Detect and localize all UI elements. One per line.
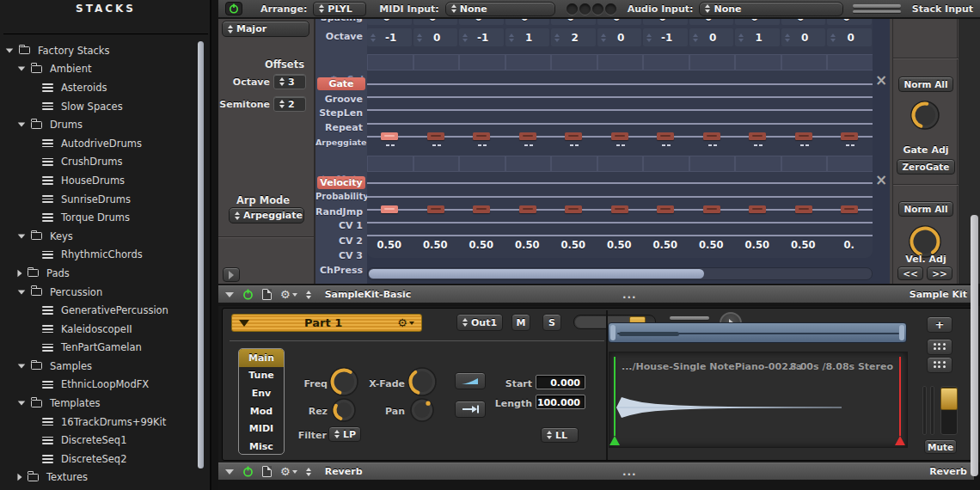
part-header[interactable]: Part 1 ⚙ xyxy=(231,314,422,332)
velocity-step[interactable] xyxy=(749,205,766,213)
octave-cell[interactable]: -1 xyxy=(459,28,504,46)
overview-right-handle[interactable] xyxy=(899,325,904,340)
module-gear-icon[interactable]: ⚙ xyxy=(280,466,297,477)
preset-document-icon[interactable] xyxy=(262,289,272,300)
spacing-cell[interactable]: 0 xyxy=(413,19,458,25)
sidebar-item-drums[interactable]: Drums xyxy=(0,115,196,134)
octave-cell[interactable]: 0 xyxy=(827,28,872,46)
spacing-cell[interactable]: 0 xyxy=(367,19,412,25)
tab-env[interactable]: Env xyxy=(239,384,284,402)
sidebar-item-ethnicloopmodfx[interactable]: EthnicLoopModFX xyxy=(0,376,196,395)
sidebar-item-label[interactable]: Asteroids xyxy=(61,82,107,94)
part-gear-icon[interactable]: ⚙ xyxy=(397,316,414,329)
sidebar-item-ambient[interactable]: Ambient xyxy=(0,60,196,79)
octave-offset-stepper[interactable]: 3 xyxy=(273,74,306,89)
spacing-cell[interactable]: 0 xyxy=(597,19,642,25)
octave-cell[interactable]: 0 xyxy=(689,28,734,46)
cv-value-cell[interactable]: 0.50 xyxy=(597,239,642,252)
stack-power-button[interactable] xyxy=(225,2,242,15)
row-label-randjmp[interactable]: RandJmp xyxy=(315,206,367,217)
sidebar-item-housedrums[interactable]: HouseDrums xyxy=(0,171,196,190)
gate-step[interactable] xyxy=(427,132,444,140)
mute-cell[interactable] xyxy=(505,156,552,172)
sidebar-item-label[interactable]: RhythmicChords xyxy=(61,248,143,260)
length-field[interactable]: 100.000 xyxy=(536,395,585,409)
sidebar-item-rhythmicchords[interactable]: RhythmicChords xyxy=(0,246,196,265)
norm-all-gate-button[interactable]: Norm All xyxy=(898,77,953,92)
cv-value-cell[interactable]: 0.50 xyxy=(367,239,412,252)
close-velocity-section-icon[interactable]: × xyxy=(875,174,887,186)
sel-cell[interactable] xyxy=(367,54,413,70)
cv-value-cell[interactable]: 0.50 xyxy=(459,239,504,252)
output-dropdown[interactable]: Out1 xyxy=(456,314,503,331)
sidebar-item-torque-drums[interactable]: Torque Drums xyxy=(0,208,196,227)
arrange-dropdown[interactable]: PLYL xyxy=(313,2,366,16)
row-label-repeat[interactable]: Repeat xyxy=(315,122,367,133)
row-label-steplen[interactable]: StepLen xyxy=(315,107,367,119)
row-label-arpeggiate[interactable]: Arpeggiate xyxy=(315,138,367,147)
velocity-step[interactable] xyxy=(565,205,582,213)
module-reorder-icon[interactable] xyxy=(306,291,311,299)
mute-cell[interactable] xyxy=(551,156,597,172)
collapse-arrow-icon[interactable] xyxy=(18,401,26,406)
row-label-chpress[interactable]: ChPress xyxy=(315,265,367,276)
part-mute-button[interactable]: Mute xyxy=(924,439,957,454)
reverb-module-bar[interactable]: ⚙ Reverb ... Reverb xyxy=(218,462,974,481)
velocity-step[interactable] xyxy=(703,205,720,213)
row-label-octave[interactable]: Octave xyxy=(315,31,367,42)
sel-cell[interactable] xyxy=(413,54,460,70)
cv-value-cell[interactable]: 0.50 xyxy=(643,239,688,252)
sidebar-item-pads[interactable]: Pads xyxy=(0,264,196,283)
expand-arrow-icon[interactable] xyxy=(17,474,21,481)
page-next-button[interactable]: >> xyxy=(927,266,952,280)
sidebar-item-label[interactable]: DiscreteSeq2 xyxy=(61,453,127,465)
spacing-cell[interactable]: 0 xyxy=(459,19,504,25)
sidebar-item-discreteseq1[interactable]: DiscreteSeq1 xyxy=(0,431,196,450)
mute-cell[interactable] xyxy=(597,156,644,172)
mute-cell[interactable] xyxy=(413,156,460,172)
sidebar-item-label[interactable]: 16TrackDrums+99Kit xyxy=(61,416,166,428)
sidebar-item-textures[interactable]: Textures xyxy=(0,469,196,487)
row-label-velocity[interactable]: Velocity xyxy=(317,176,365,189)
cv-value-cell[interactable]: 0.50 xyxy=(505,239,550,252)
sequencer-grid[interactable]: 00000000000-10-1120-101000.500.500.500.5… xyxy=(367,19,873,258)
spacing-cell[interactable]: 0 xyxy=(505,19,550,25)
sidebar-item-label[interactable]: DiscreteSeq1 xyxy=(61,434,127,446)
loop-shape-button[interactable] xyxy=(455,372,486,389)
page-prev-button[interactable]: << xyxy=(897,266,923,280)
velocity-step[interactable] xyxy=(611,205,628,213)
gate-step[interactable] xyxy=(841,132,858,140)
spacing-cell[interactable]: 0 xyxy=(643,19,688,25)
octave-cell[interactable]: 2 xyxy=(551,28,596,46)
sidebar-item-templates[interactable]: Templates xyxy=(0,394,196,413)
sidebar-item-label[interactable]: Drums xyxy=(50,119,83,131)
expand-arrow-icon[interactable] xyxy=(17,270,21,278)
gate-step[interactable] xyxy=(657,132,674,140)
start-field[interactable]: 0.000 xyxy=(536,375,585,389)
collapse-module-icon[interactable] xyxy=(225,469,234,475)
mute-cell[interactable] xyxy=(643,156,689,172)
overview-left-handle[interactable] xyxy=(610,325,616,340)
tab-midi[interactable]: MIDI xyxy=(239,420,284,438)
gate-step[interactable] xyxy=(565,132,582,140)
sidebar-item-label[interactable]: Samples xyxy=(50,360,92,372)
start-marker-handle[interactable] xyxy=(609,436,620,445)
sidebar-item-16trackdrums-99kit[interactable]: 16TrackDrums+99Kit xyxy=(0,413,196,432)
octave-cell[interactable]: 1 xyxy=(505,28,550,46)
tab-misc[interactable]: Misc xyxy=(239,438,284,455)
sequencer-hscrollbar[interactable] xyxy=(367,267,873,280)
gate-step[interactable] xyxy=(519,132,536,140)
mute-cell[interactable] xyxy=(827,156,873,172)
sel-cell[interactable] xyxy=(551,54,597,70)
hscrollbar-thumb[interactable] xyxy=(369,269,704,279)
gate-step[interactable] xyxy=(749,132,766,140)
module-power-icon[interactable] xyxy=(242,466,254,477)
sidebar-item-crushdrums[interactable]: CrushDrums xyxy=(0,153,196,172)
gate-step[interactable] xyxy=(381,132,398,140)
velocity-step[interactable] xyxy=(841,205,858,213)
tab-main[interactable]: Main xyxy=(239,349,284,367)
sidebar-item-discreteseq2[interactable]: DiscreteSeq2 xyxy=(0,450,196,469)
row-label-cv1[interactable]: CV 1 xyxy=(315,220,367,231)
module-name[interactable]: SampleKit-Basic xyxy=(325,289,412,300)
velocity-step[interactable] xyxy=(473,205,490,213)
